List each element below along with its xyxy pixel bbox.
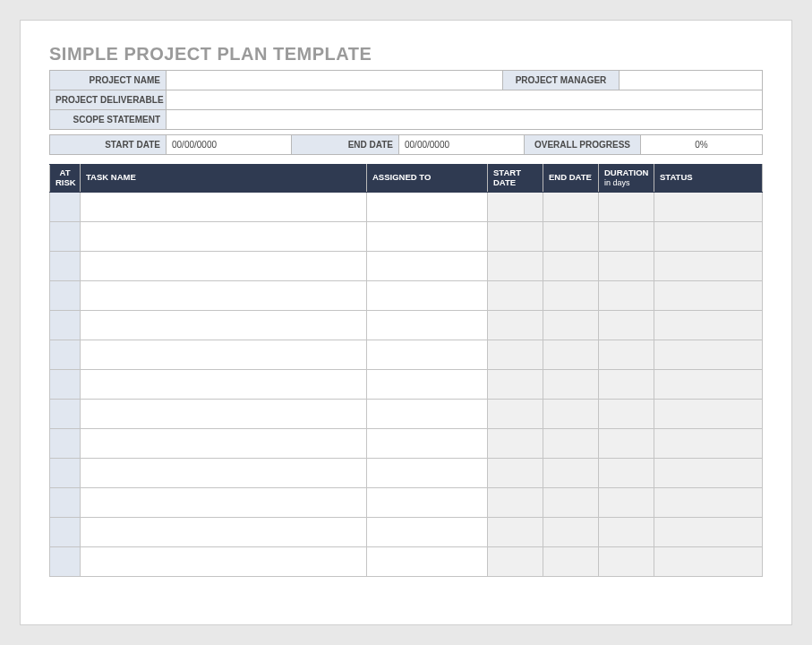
cell-duration[interactable]: [599, 546, 654, 576]
cell-task-name[interactable]: [81, 221, 367, 251]
cell-end-date[interactable]: [543, 221, 599, 251]
cell-duration[interactable]: [599, 310, 654, 340]
cell-assigned[interactable]: [367, 340, 488, 369]
cell-end-date[interactable]: [543, 428, 599, 458]
cell-end-date[interactable]: [543, 517, 599, 546]
value-end-date[interactable]: 00/00/0000: [399, 135, 525, 155]
cell-duration[interactable]: [599, 280, 654, 310]
cell-status[interactable]: [654, 221, 763, 251]
cell-task-name[interactable]: [81, 369, 367, 399]
cell-assigned[interactable]: [367, 399, 488, 428]
cell-task-name[interactable]: [81, 340, 367, 369]
cell-task-name[interactable]: [81, 251, 367, 280]
cell-start-date[interactable]: [488, 487, 543, 517]
cell-start-date[interactable]: [488, 428, 543, 458]
cell-task-name[interactable]: [81, 280, 367, 310]
cell-assigned[interactable]: [367, 428, 488, 458]
cell-start-date[interactable]: [488, 280, 543, 310]
cell-end-date[interactable]: [543, 280, 599, 310]
cell-at-risk[interactable]: [50, 221, 81, 251]
cell-start-date[interactable]: [488, 310, 543, 340]
cell-at-risk[interactable]: [50, 280, 81, 310]
cell-duration[interactable]: [599, 251, 654, 280]
cell-end-date[interactable]: [543, 546, 599, 576]
cell-task-name[interactable]: [81, 546, 367, 576]
cell-at-risk[interactable]: [50, 192, 81, 221]
cell-duration[interactable]: [599, 428, 654, 458]
cell-status[interactable]: [654, 399, 763, 428]
cell-assigned[interactable]: [367, 221, 488, 251]
cell-start-date[interactable]: [488, 192, 543, 221]
cell-task-name[interactable]: [81, 517, 367, 546]
cell-status[interactable]: [654, 546, 763, 576]
cell-task-name[interactable]: [81, 192, 367, 221]
cell-duration[interactable]: [599, 192, 654, 221]
cell-task-name[interactable]: [81, 310, 367, 340]
value-start-date[interactable]: 00/00/0000: [167, 135, 292, 155]
cell-end-date[interactable]: [543, 399, 599, 428]
cell-status[interactable]: [654, 192, 763, 221]
label-project-name: PROJECT NAME: [50, 71, 167, 90]
cell-status[interactable]: [654, 458, 763, 487]
cell-assigned[interactable]: [367, 487, 488, 517]
cell-end-date[interactable]: [543, 251, 599, 280]
cell-duration[interactable]: [599, 340, 654, 369]
value-project-name[interactable]: [167, 71, 503, 90]
cell-start-date[interactable]: [488, 458, 543, 487]
cell-duration[interactable]: [599, 487, 654, 517]
cell-at-risk[interactable]: [50, 310, 81, 340]
cell-at-risk[interactable]: [50, 428, 81, 458]
cell-assigned[interactable]: [367, 251, 488, 280]
cell-assigned[interactable]: [367, 546, 488, 576]
cell-at-risk[interactable]: [50, 369, 81, 399]
cell-start-date[interactable]: [488, 399, 543, 428]
value-scope[interactable]: [167, 110, 763, 130]
cell-at-risk[interactable]: [50, 546, 81, 576]
cell-assigned[interactable]: [367, 458, 488, 487]
cell-end-date[interactable]: [543, 369, 599, 399]
cell-task-name[interactable]: [81, 428, 367, 458]
cell-assigned[interactable]: [367, 310, 488, 340]
cell-at-risk[interactable]: [50, 487, 81, 517]
cell-status[interactable]: [654, 428, 763, 458]
cell-duration[interactable]: [599, 221, 654, 251]
value-project-manager[interactable]: [620, 71, 763, 90]
cell-status[interactable]: [654, 280, 763, 310]
cell-end-date[interactable]: [543, 192, 599, 221]
table-row: [50, 428, 763, 458]
cell-assigned[interactable]: [367, 192, 488, 221]
cell-start-date[interactable]: [488, 340, 543, 369]
cell-assigned[interactable]: [367, 369, 488, 399]
cell-status[interactable]: [654, 251, 763, 280]
cell-task-name[interactable]: [81, 487, 367, 517]
cell-at-risk[interactable]: [50, 517, 81, 546]
cell-end-date[interactable]: [543, 310, 599, 340]
cell-task-name[interactable]: [81, 458, 367, 487]
value-overall-progress[interactable]: 0%: [641, 135, 763, 155]
cell-start-date[interactable]: [488, 221, 543, 251]
cell-assigned[interactable]: [367, 517, 488, 546]
cell-at-risk[interactable]: [50, 399, 81, 428]
cell-end-date[interactable]: [543, 487, 599, 517]
cell-start-date[interactable]: [488, 369, 543, 399]
cell-status[interactable]: [654, 310, 763, 340]
cell-status[interactable]: [654, 487, 763, 517]
cell-status[interactable]: [654, 340, 763, 369]
cell-start-date[interactable]: [488, 251, 543, 280]
cell-duration[interactable]: [599, 458, 654, 487]
cell-status[interactable]: [654, 517, 763, 546]
cell-end-date[interactable]: [543, 340, 599, 369]
cell-duration[interactable]: [599, 369, 654, 399]
cell-at-risk[interactable]: [50, 458, 81, 487]
cell-task-name[interactable]: [81, 399, 367, 428]
cell-assigned[interactable]: [367, 280, 488, 310]
cell-at-risk[interactable]: [50, 340, 81, 369]
cell-end-date[interactable]: [543, 458, 599, 487]
cell-start-date[interactable]: [488, 517, 543, 546]
cell-start-date[interactable]: [488, 546, 543, 576]
value-deliverable[interactable]: [167, 90, 763, 110]
cell-status[interactable]: [654, 369, 763, 399]
cell-duration[interactable]: [599, 517, 654, 546]
cell-at-risk[interactable]: [50, 251, 81, 280]
cell-duration[interactable]: [599, 399, 654, 428]
